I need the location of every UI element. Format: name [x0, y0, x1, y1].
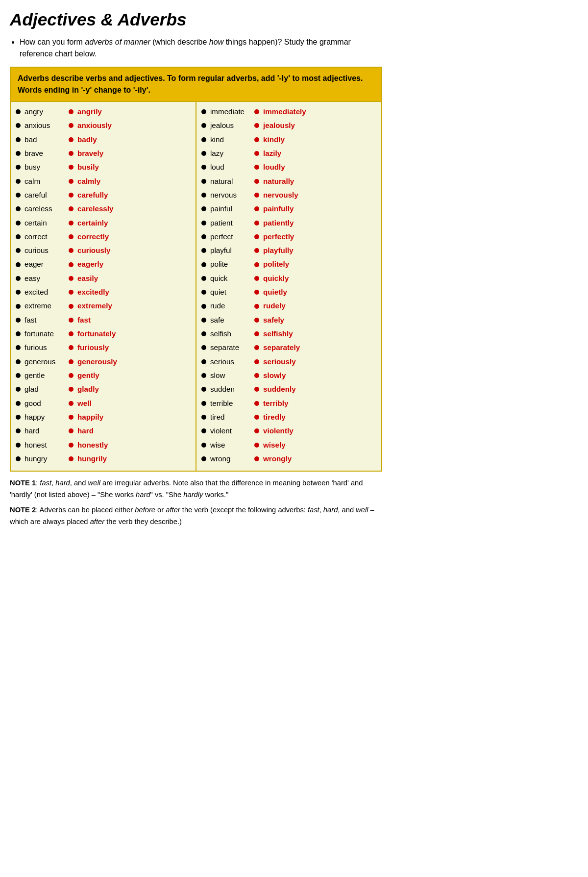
bullet-black [16, 373, 21, 378]
bullet-black [16, 206, 21, 211]
adjective-word: immediate [210, 106, 254, 118]
intro-bullet: How can you form adverbs of manner (whic… [20, 36, 382, 60]
right-column: immediate immediately jealous jealously … [196, 102, 381, 471]
bullet-black [16, 345, 21, 350]
bullet-red [254, 276, 259, 281]
adjective-word: lazy [210, 148, 254, 159]
bullet-black [16, 290, 21, 295]
adjective-word: tired [210, 411, 254, 423]
bullet-red [254, 179, 259, 184]
bullet-red [69, 373, 74, 378]
bullet-red [254, 248, 259, 253]
word-pair: good well [16, 398, 191, 409]
adverb-word: calmly [77, 175, 100, 187]
adjective-word: separate [210, 342, 254, 353]
adjective-word: patient [210, 217, 254, 229]
adjective-word: correct [24, 231, 69, 243]
adjective-word: selfish [210, 328, 254, 340]
word-pair: bad badly [16, 134, 191, 146]
adjective-word: excited [24, 286, 69, 298]
adverb-word: easily [77, 273, 98, 284]
word-pair: glad gladly [16, 383, 191, 395]
word-pair: jealous jealously [201, 120, 376, 131]
chart-header: Adverbs describe verbs and adjectives. T… [11, 68, 381, 101]
bullet-black [201, 262, 206, 267]
bullet-red [69, 151, 74, 156]
adverb-word: perfectly [263, 231, 294, 243]
word-pair: fortunate fortunately [16, 328, 191, 340]
adverb-word: well [77, 398, 92, 409]
adverb-word: quickly [263, 273, 289, 284]
bullet-black [16, 262, 21, 267]
adverb-word: wrongly [263, 453, 292, 465]
bullet-red [254, 428, 259, 433]
bullet-black [201, 206, 206, 211]
word-pair: furious furiously [16, 342, 191, 353]
bullet-black [201, 165, 206, 170]
bullet-black [16, 443, 21, 448]
adverb-word: fast [77, 314, 91, 326]
word-pair: curious curiously [16, 245, 191, 256]
adverb-word: immediately [263, 106, 306, 118]
adverb-word: correctly [77, 231, 109, 243]
word-pair: excited excitedly [16, 286, 191, 298]
adverb-word: jealously [263, 120, 295, 131]
bullet-red [254, 373, 259, 378]
adverb-word: hard [77, 425, 94, 437]
bullet-red [69, 428, 74, 433]
adverb-word: safely [263, 314, 284, 326]
word-pair: sudden suddenly [201, 383, 376, 395]
word-pair: perfect perfectly [201, 231, 376, 243]
bullet-red [69, 290, 74, 295]
bullet-red [254, 290, 259, 295]
word-pair: careful carefully [16, 189, 191, 201]
bullet-red [254, 123, 259, 128]
bullet-black [16, 151, 21, 156]
bullet-black [201, 456, 206, 461]
bullet-black [16, 193, 21, 198]
adverb-word: violently [263, 425, 294, 437]
adjective-word: polite [210, 258, 254, 270]
bullet-red [254, 206, 259, 211]
bullet-black [201, 387, 206, 392]
adverb-word: separately [263, 342, 300, 353]
adjective-word: honest [24, 439, 69, 451]
word-pair: eager eagerly [16, 258, 191, 270]
adverb-word: quietly [263, 286, 287, 298]
adjective-word: playful [210, 245, 254, 256]
bullet-red [69, 318, 74, 323]
word-pair: certain certainly [16, 217, 191, 229]
adjective-word: easy [24, 273, 69, 284]
bullet-black [16, 221, 21, 226]
bullet-black [16, 248, 21, 253]
adjective-word: kind [210, 134, 254, 146]
adjective-word: curious [24, 245, 69, 256]
bullet-red [254, 318, 259, 323]
bullet-black [16, 456, 21, 461]
bullet-black [201, 318, 206, 323]
adjective-word: quick [210, 273, 254, 284]
word-pair: tired tiredly [201, 411, 376, 423]
adverb-word: nervously [263, 189, 298, 201]
adjective-word: loud [210, 161, 254, 173]
bullet-red [254, 109, 259, 114]
adjective-word: extreme [24, 300, 69, 312]
bullet-red [254, 415, 259, 420]
adjective-word: furious [24, 342, 69, 353]
adjective-word: painful [210, 203, 254, 215]
adverb-word: suddenly [263, 383, 296, 395]
adjective-word: careful [24, 189, 69, 201]
bullet-red [69, 345, 74, 350]
word-pair: violent violently [201, 425, 376, 437]
word-pair: quiet quietly [201, 286, 376, 298]
bullet-black [201, 415, 206, 420]
adverb-word: badly [77, 134, 97, 146]
adjective-word: slow [210, 370, 254, 381]
bullet-red [69, 248, 74, 253]
adverb-word: angrily [77, 106, 102, 118]
bullet-black [201, 137, 206, 142]
word-pair: lazy lazily [201, 148, 376, 159]
adjective-word: busy [24, 161, 69, 173]
word-pair: kind kindly [201, 134, 376, 146]
bullet-black [16, 137, 21, 142]
